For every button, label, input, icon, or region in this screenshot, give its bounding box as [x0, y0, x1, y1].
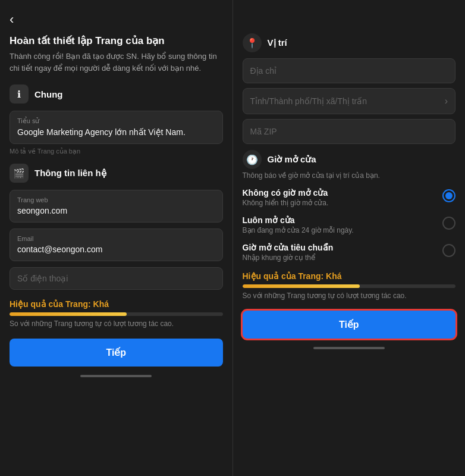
- tinh-placeholder: Tỉnh/Thành phố/Thị xã/Thị trấn: [250, 96, 367, 106]
- mo-ta-label: Mô tả về Trang của bạn: [10, 148, 223, 155]
- radio-always-open-desc: Bạn đang mở cửa 24 giờ mỗi ngày.: [243, 226, 354, 234]
- right-panel: 📍 Vị trí Địa chỉ Tỉnh/Thành phố/Thị xã/T…: [232, 0, 466, 476]
- ma-zip-placeholder: Mã ZIP: [250, 127, 277, 136]
- trang-web-label: Trang web: [17, 196, 215, 203]
- vi-tri-section-header: 📍 Vị trí: [243, 33, 456, 52]
- dia-chi-field[interactable]: Địa chỉ: [243, 58, 456, 83]
- radio-no-hours-inner: [445, 192, 453, 199]
- dia-chi-placeholder: Địa chỉ: [250, 66, 277, 76]
- progress-bar-bg-left: [10, 312, 223, 316]
- hieu-qua-left: Hiệu quả của Trang: Khá So với những Tra…: [10, 299, 223, 328]
- hieu-qua-desc-left: So với những Trang tương tự có lượt tươn…: [10, 320, 223, 328]
- contact-title: Thông tin liên hệ: [34, 168, 106, 178]
- progress-bar-bg-right: [243, 284, 456, 288]
- left-panel: ‹ Hoàn tất thiết lập Trang của bạn Thành…: [0, 0, 232, 476]
- trang-web-field[interactable]: Trang web seongon.com: [10, 190, 223, 223]
- page-subtitle: Thành công rồi! Bạn đã tạo được SN. Hãy …: [10, 51, 223, 74]
- phone-placeholder: Số điện thoại: [17, 274, 68, 283]
- email-label: Email: [17, 235, 215, 242]
- hieu-qua-desc-right: So với những Trang tương tự có lượt tươn…: [243, 292, 456, 300]
- radio-always-open-circle[interactable]: [442, 217, 455, 230]
- chung-section-header: ℹ Chung: [10, 84, 223, 104]
- gio-mo-cua-desc: Thông báo về giờ mở cửa tại vị trí của b…: [243, 171, 456, 180]
- gio-mo-cua-section-header: 🕐 Giờ mở cửa: [243, 150, 456, 169]
- radio-standard-hours-circle[interactable]: [442, 244, 455, 257]
- radio-no-hours-desc: Không hiển thị giờ mở cửa.: [243, 199, 329, 207]
- progress-bar-fill-right: [243, 284, 360, 288]
- tieu-su-label: Tiểu sử: [17, 117, 215, 125]
- email-field[interactable]: Email contact@seongon.com: [10, 228, 223, 261]
- chung-title: Chung: [34, 89, 62, 99]
- email-value: contact@seongon.com: [17, 245, 102, 254]
- trang-web-value: seongon.com: [17, 206, 67, 215]
- gio-mo-cua-title: Giờ mở cửa: [268, 154, 316, 165]
- contact-section-header: 🎬 Thông tin liên hệ: [10, 164, 223, 183]
- tieu-su-field[interactable]: Tiểu sử Google Marketing Agency lớn nhất…: [10, 111, 223, 144]
- chevron-right-icon: ›: [445, 96, 448, 107]
- ma-zip-field[interactable]: Mã ZIP: [243, 119, 456, 144]
- tinh-field[interactable]: Tỉnh/Thành phố/Thị xã/Thị trấn ›: [243, 88, 456, 114]
- contact-icon: 🎬: [10, 164, 29, 183]
- phone-field[interactable]: Số điện thoại: [10, 267, 223, 290]
- info-icon: ℹ: [10, 84, 29, 104]
- radio-no-hours-title: Không có giờ mở cửa: [243, 188, 329, 198]
- bottom-bar-right: [313, 347, 385, 349]
- location-icon: 📍: [243, 33, 262, 52]
- tiep-button-right[interactable]: Tiếp: [243, 311, 456, 339]
- radio-no-hours[interactable]: Không có giờ mở cửa Không hiển thị giờ m…: [243, 188, 456, 207]
- tiep-button-left[interactable]: Tiếp: [10, 339, 223, 367]
- hieu-qua-right: Hiệu quả của Trang: Khá So với những Tra…: [243, 271, 456, 300]
- hieu-qua-title-right: Hiệu quả của Trang: Khá: [243, 271, 456, 281]
- tieu-su-value: Google Marketing Agency lớn nhất Việt Na…: [17, 127, 186, 137]
- radio-standard-hours-desc: Nhập khung giờ cụ thể: [243, 253, 334, 262]
- radio-standard-hours[interactable]: Giờ mở cửa tiêu chuẩn Nhập khung giờ cụ …: [243, 243, 456, 262]
- vi-tri-title: Vị trí: [268, 37, 287, 48]
- progress-bar-fill-left: [10, 312, 127, 316]
- radio-no-hours-circle[interactable]: [442, 189, 455, 202]
- clock-icon: 🕐: [243, 150, 262, 169]
- radio-standard-hours-title: Giờ mở cửa tiêu chuẩn: [243, 243, 334, 252]
- radio-always-open-title: Luôn mở cửa: [243, 215, 354, 225]
- bottom-bar-left: [80, 375, 152, 377]
- hieu-qua-title-left: Hiệu quả của Trang: Khá: [10, 299, 223, 309]
- page-title: Hoàn tất thiết lập Trang của bạn: [10, 35, 223, 47]
- back-button[interactable]: ‹: [10, 12, 14, 27]
- radio-always-open[interactable]: Luôn mở cửa Bạn đang mở cửa 24 giờ mỗi n…: [243, 215, 456, 234]
